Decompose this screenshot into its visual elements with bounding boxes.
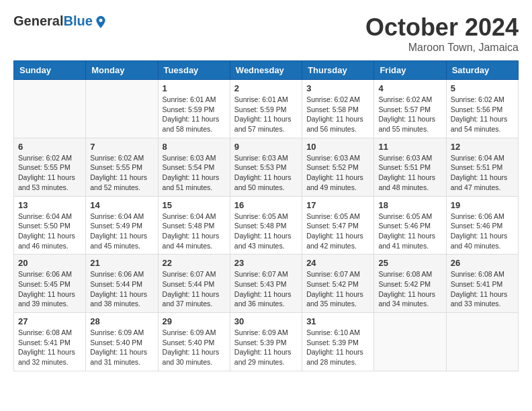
- page-header: GeneralBlue October 2024 Maroon Town, Ja…: [13, 13, 519, 54]
- day-number: 15: [163, 200, 226, 210]
- day-info: Sunrise: 6:03 AM Sunset: 5:54 PM Dayligh…: [163, 153, 226, 193]
- weekday-header: Saturday: [446, 61, 518, 80]
- calendar-cell: 19Sunrise: 6:06 AM Sunset: 5:46 PM Dayli…: [446, 196, 518, 255]
- day-info: Sunrise: 6:04 AM Sunset: 5:51 PM Dayligh…: [451, 153, 514, 193]
- logo-general: General: [13, 13, 63, 29]
- day-number: 22: [163, 258, 226, 268]
- weekday-header: Friday: [374, 61, 446, 80]
- calendar-cell: 16Sunrise: 6:05 AM Sunset: 5:48 PM Dayli…: [230, 196, 302, 255]
- day-info: Sunrise: 6:02 AM Sunset: 5:57 PM Dayligh…: [378, 95, 441, 134]
- day-number: 27: [18, 316, 81, 326]
- day-number: 16: [234, 200, 298, 210]
- calendar-table: SundayMondayTuesdayWednesdayThursdayFrid…: [13, 60, 519, 371]
- day-number: 31: [306, 316, 369, 326]
- day-info: Sunrise: 6:09 AM Sunset: 5:40 PM Dayligh…: [90, 328, 153, 367]
- calendar-cell: 29Sunrise: 6:09 AM Sunset: 5:40 PM Dayli…: [158, 313, 230, 371]
- day-info: Sunrise: 6:07 AM Sunset: 5:42 PM Dayligh…: [306, 269, 369, 309]
- weekday-header: Tuesday: [158, 61, 230, 80]
- calendar-cell: 25Sunrise: 6:08 AM Sunset: 5:42 PM Dayli…: [374, 255, 446, 313]
- weekday-header-row: SundayMondayTuesdayWednesdayThursdayFrid…: [14, 61, 519, 80]
- calendar-cell: 28Sunrise: 6:09 AM Sunset: 5:40 PM Dayli…: [86, 313, 158, 371]
- day-info: Sunrise: 6:06 AM Sunset: 5:46 PM Dayligh…: [451, 212, 514, 251]
- calendar-cell: 9Sunrise: 6:03 AM Sunset: 5:53 PM Daylig…: [230, 138, 302, 196]
- day-info: Sunrise: 6:02 AM Sunset: 5:55 PM Dayligh…: [90, 153, 153, 193]
- day-info: Sunrise: 6:07 AM Sunset: 5:44 PM Dayligh…: [163, 269, 226, 309]
- day-info: Sunrise: 6:03 AM Sunset: 5:51 PM Dayligh…: [378, 153, 441, 193]
- calendar-cell: 6Sunrise: 6:02 AM Sunset: 5:55 PM Daylig…: [14, 138, 86, 196]
- day-number: 8: [163, 142, 226, 152]
- day-number: 23: [234, 258, 298, 268]
- day-info: Sunrise: 6:03 AM Sunset: 5:52 PM Dayligh…: [306, 153, 369, 193]
- calendar-cell: 8Sunrise: 6:03 AM Sunset: 5:54 PM Daylig…: [158, 138, 230, 196]
- day-info: Sunrise: 6:02 AM Sunset: 5:56 PM Dayligh…: [451, 95, 514, 134]
- day-info: Sunrise: 6:10 AM Sunset: 5:39 PM Dayligh…: [306, 328, 369, 367]
- day-info: Sunrise: 6:06 AM Sunset: 5:44 PM Dayligh…: [90, 269, 153, 309]
- day-info: Sunrise: 6:05 AM Sunset: 5:48 PM Dayligh…: [234, 212, 298, 251]
- day-number: 9: [234, 142, 298, 152]
- day-info: Sunrise: 6:04 AM Sunset: 5:50 PM Dayligh…: [18, 212, 81, 251]
- day-info: Sunrise: 6:05 AM Sunset: 5:46 PM Dayligh…: [378, 212, 441, 251]
- calendar-cell: 12Sunrise: 6:04 AM Sunset: 5:51 PM Dayli…: [446, 138, 518, 196]
- calendar-cell: 2Sunrise: 6:01 AM Sunset: 5:59 PM Daylig…: [230, 80, 302, 138]
- day-info: Sunrise: 6:07 AM Sunset: 5:43 PM Dayligh…: [234, 269, 298, 309]
- weekday-header: Sunday: [14, 61, 86, 80]
- day-number: 7: [90, 142, 153, 152]
- calendar-cell: 22Sunrise: 6:07 AM Sunset: 5:44 PM Dayli…: [158, 255, 230, 313]
- day-info: Sunrise: 6:06 AM Sunset: 5:45 PM Dayligh…: [18, 269, 81, 309]
- day-info: Sunrise: 6:01 AM Sunset: 5:59 PM Dayligh…: [234, 95, 298, 134]
- calendar-cell: 27Sunrise: 6:08 AM Sunset: 5:41 PM Dayli…: [14, 313, 86, 371]
- calendar-cell: 26Sunrise: 6:08 AM Sunset: 5:41 PM Dayli…: [446, 255, 518, 313]
- logo: GeneralBlue: [13, 13, 107, 29]
- weekday-header: Monday: [86, 61, 158, 80]
- day-info: Sunrise: 6:04 AM Sunset: 5:48 PM Dayligh…: [163, 212, 226, 251]
- calendar-cell: [86, 80, 158, 138]
- day-number: 20: [18, 258, 81, 268]
- day-info: Sunrise: 6:09 AM Sunset: 5:40 PM Dayligh…: [163, 328, 226, 367]
- calendar-week-row: 20Sunrise: 6:06 AM Sunset: 5:45 PM Dayli…: [14, 255, 519, 313]
- day-number: 5: [451, 83, 514, 93]
- calendar-cell: [446, 313, 518, 371]
- calendar-cell: 5Sunrise: 6:02 AM Sunset: 5:56 PM Daylig…: [446, 80, 518, 138]
- calendar-cell: 13Sunrise: 6:04 AM Sunset: 5:50 PM Dayli…: [14, 196, 86, 255]
- day-number: 28: [90, 316, 153, 326]
- day-number: 11: [378, 142, 441, 152]
- day-number: 3: [306, 83, 369, 93]
- calendar-cell: 20Sunrise: 6:06 AM Sunset: 5:45 PM Dayli…: [14, 255, 86, 313]
- calendar-cell: 17Sunrise: 6:05 AM Sunset: 5:47 PM Dayli…: [302, 196, 374, 255]
- calendar-cell: 7Sunrise: 6:02 AM Sunset: 5:55 PM Daylig…: [86, 138, 158, 196]
- day-number: 13: [18, 200, 81, 210]
- calendar-cell: 14Sunrise: 6:04 AM Sunset: 5:49 PM Dayli…: [86, 196, 158, 255]
- day-number: 2: [234, 83, 298, 93]
- month-title: October 2024: [365, 13, 519, 42]
- day-number: 10: [306, 142, 369, 152]
- calendar-cell: 21Sunrise: 6:06 AM Sunset: 5:44 PM Dayli…: [86, 255, 158, 313]
- calendar-cell: 18Sunrise: 6:05 AM Sunset: 5:46 PM Dayli…: [374, 196, 446, 255]
- day-number: 18: [378, 200, 441, 210]
- calendar-cell: 11Sunrise: 6:03 AM Sunset: 5:51 PM Dayli…: [374, 138, 446, 196]
- calendar-cell: 23Sunrise: 6:07 AM Sunset: 5:43 PM Dayli…: [230, 255, 302, 313]
- weekday-header: Wednesday: [230, 61, 302, 80]
- calendar-week-row: 6Sunrise: 6:02 AM Sunset: 5:55 PM Daylig…: [14, 138, 519, 196]
- calendar-cell: 3Sunrise: 6:02 AM Sunset: 5:58 PM Daylig…: [302, 80, 374, 138]
- day-number: 14: [90, 200, 153, 210]
- calendar-week-row: 27Sunrise: 6:08 AM Sunset: 5:41 PM Dayli…: [14, 313, 519, 371]
- calendar-cell: 4Sunrise: 6:02 AM Sunset: 5:57 PM Daylig…: [374, 80, 446, 138]
- logo-icon: [94, 15, 107, 28]
- day-number: 12: [451, 142, 514, 152]
- day-number: 25: [378, 258, 441, 268]
- day-number: 6: [18, 142, 81, 152]
- calendar-cell: 1Sunrise: 6:01 AM Sunset: 5:59 PM Daylig…: [158, 80, 230, 138]
- day-number: 21: [90, 258, 153, 268]
- day-number: 24: [306, 258, 369, 268]
- day-info: Sunrise: 6:02 AM Sunset: 5:58 PM Dayligh…: [306, 95, 369, 134]
- day-info: Sunrise: 6:08 AM Sunset: 5:42 PM Dayligh…: [378, 269, 441, 309]
- calendar-cell: 15Sunrise: 6:04 AM Sunset: 5:48 PM Dayli…: [158, 196, 230, 255]
- title-block: October 2024 Maroon Town, Jamaica: [365, 13, 519, 54]
- day-info: Sunrise: 6:03 AM Sunset: 5:53 PM Dayligh…: [234, 153, 298, 193]
- day-number: 29: [163, 316, 226, 326]
- calendar-week-row: 13Sunrise: 6:04 AM Sunset: 5:50 PM Dayli…: [14, 196, 519, 255]
- calendar-cell: 10Sunrise: 6:03 AM Sunset: 5:52 PM Dayli…: [302, 138, 374, 196]
- calendar-cell: [374, 313, 446, 371]
- day-number: 19: [451, 200, 514, 210]
- day-info: Sunrise: 6:08 AM Sunset: 5:41 PM Dayligh…: [18, 328, 81, 367]
